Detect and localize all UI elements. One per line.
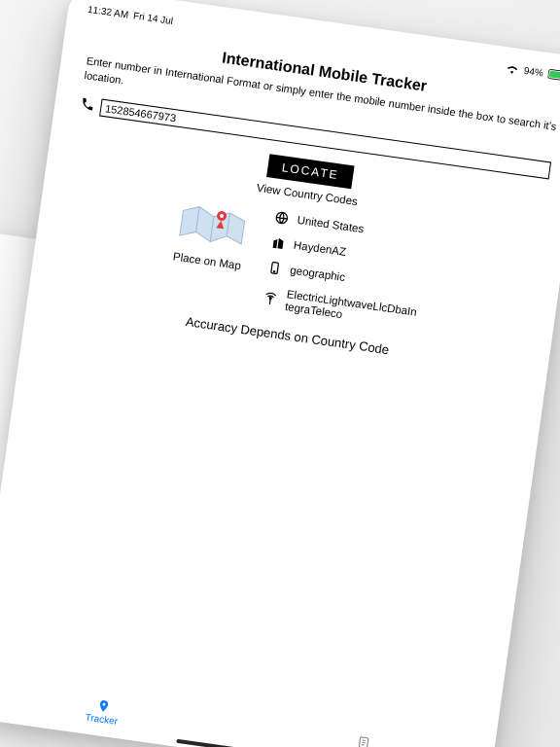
device-icon xyxy=(266,260,284,277)
status-battery: 94% xyxy=(523,65,543,79)
map-thumbnail[interactable] xyxy=(174,196,250,253)
svg-point-8 xyxy=(273,271,274,272)
status-time: 11:32 AM xyxy=(88,4,129,20)
building-icon xyxy=(269,234,287,252)
tab-history[interactable]: History xyxy=(346,734,379,747)
antenna-icon xyxy=(262,291,279,308)
tab-tracker-label: Tracker xyxy=(85,712,119,728)
battery-icon xyxy=(547,69,560,83)
globe-icon xyxy=(273,210,291,228)
status-date: Fri 14 Jul xyxy=(132,11,173,27)
wifi-icon xyxy=(505,63,519,75)
document-icon xyxy=(356,735,371,747)
pin-icon xyxy=(95,698,111,714)
tab-tracker[interactable]: Tracker xyxy=(85,697,121,727)
place-on-map-label: Place on Map xyxy=(172,250,241,271)
svg-point-9 xyxy=(269,298,271,300)
phone-icon xyxy=(79,96,95,116)
